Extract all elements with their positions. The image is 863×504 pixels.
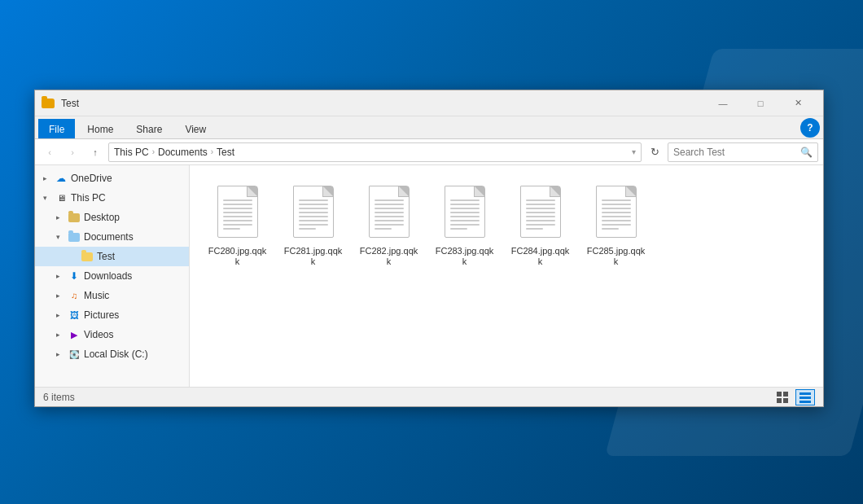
main-area: ▸☁OneDrive▾🖥This PC▸Desktop▾DocumentsTes… [35, 165, 823, 387]
file-icon [365, 186, 414, 243]
file-line [450, 199, 480, 201]
sidebar-item-onedrive[interactable]: ▸☁OneDrive [35, 169, 189, 188]
file-line [223, 199, 252, 201]
file-line [375, 204, 404, 205]
path-segment-2[interactable]: Test [217, 147, 234, 158]
onedrive-label: OneDrive [71, 173, 112, 184]
downloads-label: Downloads [84, 270, 132, 282]
file-line [223, 208, 252, 209]
title-bar-icons [42, 99, 55, 108]
window-title: Test [61, 98, 704, 109]
refresh-button[interactable]: ↻ [645, 142, 664, 162]
svg-rect-0 [777, 392, 782, 397]
file-item[interactable]: FC283.jpg.qqkk [430, 178, 499, 274]
up-button[interactable]: ↑ [85, 142, 105, 162]
music-expand-arrow[interactable]: ▸ [51, 289, 64, 302]
search-input[interactable] [673, 147, 800, 158]
file-line [526, 228, 544, 230]
test-icon [81, 250, 94, 263]
ribbon-tabs: FileHomeShareView? [35, 116, 823, 139]
file-page-icon [217, 186, 258, 238]
file-page-icon [369, 186, 410, 238]
file-item[interactable]: FC281.jpg.qqkk [278, 178, 348, 274]
sidebar-item-music[interactable]: ▸♫Music [35, 286, 189, 305]
this-pc-expand-arrow[interactable]: ▾ [38, 191, 51, 204]
details-view-button[interactable] [773, 389, 792, 405]
onedrive-expand-arrow[interactable]: ▸ [38, 172, 51, 185]
file-line [375, 212, 404, 213]
file-lines [450, 199, 480, 230]
local-disk-expand-arrow[interactable]: ▸ [51, 348, 64, 361]
file-line [223, 216, 252, 217]
ribbon-tab-home[interactable]: Home [77, 119, 124, 138]
sidebar-item-documents[interactable]: ▾Documents [35, 227, 189, 247]
sidebar-item-test[interactable]: Test [35, 247, 189, 266]
documents-icon [68, 230, 81, 243]
ribbon-tab-view[interactable]: View [174, 119, 217, 138]
file-line [526, 204, 555, 205]
sidebar-item-this-pc[interactable]: ▾🖥This PC [35, 188, 189, 208]
file-line [299, 224, 328, 226]
svg-rect-2 [777, 398, 782, 403]
music-icon: ♫ [68, 289, 81, 302]
downloads-expand-arrow[interactable]: ▸ [51, 270, 64, 283]
sidebar-item-pictures[interactable]: ▸🖼Pictures [35, 305, 189, 325]
file-item[interactable]: FC284.jpg.qqkk [506, 178, 575, 274]
file-page-icon [293, 186, 334, 238]
file-line [450, 212, 480, 213]
view-controls [773, 389, 815, 405]
file-icon [516, 186, 565, 243]
videos-expand-arrow[interactable]: ▸ [51, 328, 64, 341]
file-line [223, 224, 252, 226]
desktop-expand-arrow[interactable]: ▸ [51, 211, 64, 224]
file-line [299, 212, 328, 213]
file-line [526, 224, 555, 226]
file-item[interactable]: FC282.jpg.qqkk [354, 178, 423, 274]
file-item[interactable]: FC280.jpg.qqkk [203, 178, 272, 274]
help-button[interactable]: ? [800, 118, 820, 138]
file-line [450, 204, 480, 205]
test-label: Test [97, 251, 115, 262]
ribbon-tab-file[interactable]: File [38, 119, 75, 138]
path-dropdown-arrow[interactable]: ▾ [632, 147, 636, 156]
pictures-icon: 🖼 [68, 309, 81, 322]
address-path[interactable]: This PC›Documents›Test▾ [108, 142, 642, 162]
file-line [223, 212, 252, 213]
test-expand-arrow[interactable] [64, 250, 77, 263]
documents-expand-arrow[interactable]: ▾ [51, 230, 64, 243]
sidebar-item-desktop[interactable]: ▸Desktop [35, 208, 189, 227]
maximize-button[interactable]: □ [742, 90, 779, 116]
close-button[interactable]: ✕ [779, 90, 817, 116]
ribbon-tab-share[interactable]: Share [125, 119, 173, 138]
file-line [223, 204, 252, 205]
path-segment-1[interactable]: Documents [158, 147, 208, 158]
title-bar: Test — □ ✕ [35, 90, 823, 116]
file-line [375, 228, 392, 230]
sidebar-item-videos[interactable]: ▸▶Videos [35, 325, 189, 344]
large-icons-view-button[interactable] [795, 389, 815, 405]
file-line [299, 228, 317, 230]
pictures-expand-arrow[interactable]: ▸ [51, 309, 64, 322]
forward-button[interactable]: › [63, 142, 82, 162]
file-name: FC284.jpg.qqkk [510, 246, 571, 267]
file-line [602, 208, 631, 209]
file-line [526, 216, 555, 217]
sidebar-item-downloads[interactable]: ▸⬇Downloads [35, 266, 189, 286]
file-line [526, 208, 555, 209]
file-icon [289, 186, 338, 243]
back-button[interactable]: ‹ [40, 142, 59, 162]
file-line [450, 216, 480, 217]
path-segment-0[interactable]: This PC [114, 147, 149, 158]
file-line [299, 204, 328, 205]
sidebar-item-local-disk[interactable]: ▸💽Local Disk (C:) [35, 344, 189, 364]
search-box[interactable]: 🔍 [668, 142, 818, 162]
svg-rect-6 [799, 401, 811, 403]
svg-rect-3 [783, 398, 788, 403]
onedrive-icon: ☁ [55, 172, 68, 185]
file-line [450, 220, 480, 221]
minimize-button[interactable]: — [704, 90, 742, 116]
status-bar: 6 items [35, 387, 823, 406]
file-item[interactable]: FC285.jpg.qqkk [581, 178, 651, 274]
file-line [450, 224, 480, 226]
search-icon[interactable]: 🔍 [800, 147, 813, 158]
